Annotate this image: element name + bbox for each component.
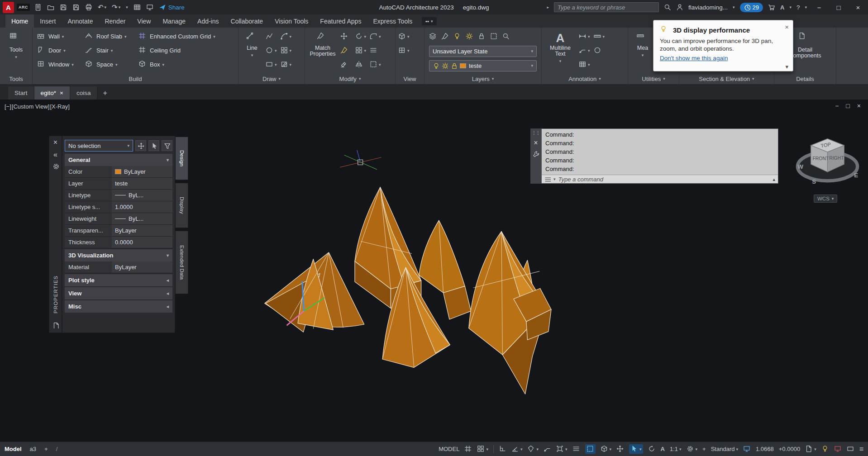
panel-label-layers[interactable]: Layers▾	[424, 73, 541, 84]
graphics-performance-toggle[interactable]	[743, 445, 751, 453]
tab-add-ins[interactable]: Add-ins	[191, 14, 224, 28]
measure-button[interactable]: Mea ▾	[631, 29, 654, 73]
osnap-tracking-toggle[interactable]	[544, 445, 551, 453]
notification-close-icon[interactable]: ×	[785, 23, 789, 31]
plot-icon[interactable]	[85, 4, 92, 11]
trial-days-badge[interactable]: 29	[740, 3, 763, 12]
cart-icon[interactable]	[768, 4, 775, 11]
user-dropdown-icon[interactable]: ▾	[733, 5, 735, 10]
hardware-acceleration-toggle[interactable]	[834, 445, 842, 453]
palette-autohide-icon[interactable]: «	[53, 151, 57, 159]
viewport-view-control[interactable]: [Custom View]	[12, 103, 50, 110]
viewcube[interactable]: W S E TOP FRONT RIGHT	[794, 130, 861, 194]
command-input[interactable]	[558, 176, 770, 183]
space-button[interactable]: Space▾	[83, 57, 134, 71]
workspace-label-control[interactable]: Standard▾	[711, 446, 738, 452]
polar-dropdown-icon[interactable]: ▾	[520, 447, 523, 451]
qat-customize-icon[interactable]: ▾	[126, 5, 128, 10]
3d-object-snap-toggle[interactable]: ▾	[601, 445, 612, 453]
command-window-grip[interactable]: ⋮⋮ ×	[530, 128, 541, 184]
property-row-lineweight[interactable]: LineweightByL...	[65, 213, 172, 225]
snap-dropdown-icon[interactable]: ▾	[486, 447, 488, 451]
layer-properties-icon[interactable]	[429, 33, 437, 41]
window-button[interactable]: Window▾	[35, 57, 81, 71]
model-tab[interactable]: Model	[5, 446, 22, 452]
quick-select-button[interactable]	[162, 140, 172, 151]
layer-lock-icon[interactable]	[478, 33, 486, 41]
workspace-dropdown-icon[interactable]: ▾	[696, 447, 698, 451]
open-icon[interactable]	[47, 4, 54, 11]
erase-button[interactable]	[340, 61, 348, 69]
model-space-toggle[interactable]: MODEL	[439, 446, 459, 452]
ucs-button[interactable]: ▾	[398, 29, 410, 43]
layer-state-combo[interactable]: Unsaved Layer State ▾	[429, 46, 537, 57]
measure-tool-button[interactable]: ▾	[594, 33, 605, 41]
save-icon[interactable]	[60, 4, 67, 11]
multiline-text-button[interactable]: A Multiline Text ▾	[544, 29, 576, 73]
new-drawing-icon[interactable]	[34, 4, 42, 11]
annotation-monitor-toggle[interactable]: +	[702, 446, 706, 452]
grid-display-toggle[interactable]	[464, 445, 472, 453]
palette-close-icon[interactable]: ×	[53, 138, 57, 147]
panel-label-annotation[interactable]: Annotation▾	[542, 73, 628, 84]
property-row-linetype[interactable]: LinetypeByL...	[65, 190, 172, 201]
enhanced-custom-grid-button[interactable]: Enhanced Custom Grid▾	[137, 29, 234, 43]
compass-south-label[interactable]: S	[812, 178, 816, 185]
panel-label-modify[interactable]: Modify▾	[305, 73, 395, 84]
command-options-dropdown-icon[interactable]: ▾	[553, 177, 556, 181]
viewport-visual-style-control[interactable]: [X-Ray]	[50, 103, 69, 110]
window-maximize-button[interactable]: □	[831, 4, 846, 11]
stretch-button[interactable]	[340, 47, 348, 55]
panel-label-section[interactable]: Section & Elevation▾	[679, 73, 774, 84]
isolate-objects-toggle[interactable]	[821, 445, 829, 453]
scale-dropdown-icon[interactable]: ▾	[679, 447, 682, 451]
named-views-button[interactable]: ▾	[398, 43, 410, 57]
arc-button[interactable]: ▾	[281, 33, 292, 41]
dont-show-again-link[interactable]: Don't show me this again	[660, 55, 728, 62]
misc-section-header[interactable]: Misc◂	[65, 300, 172, 313]
undo-dropdown-icon[interactable]: ▾	[105, 5, 107, 10]
view-section-header[interactable]: View◂	[65, 287, 172, 299]
box-button[interactable]: Box▾	[137, 57, 234, 71]
search-icon[interactable]	[664, 4, 671, 11]
wall-button[interactable]: Wall▾	[35, 29, 81, 43]
isodraft-toggle[interactable]: ▾	[527, 445, 539, 453]
rectangle-button[interactable]: ▾	[266, 61, 277, 69]
layer-walk-icon[interactable]	[502, 33, 510, 41]
move-button[interactable]	[340, 33, 348, 41]
panel-label-draw[interactable]: Draw▾	[238, 73, 305, 84]
annotation-visibility-toggle[interactable]: A	[661, 446, 665, 452]
palette-settings-icon[interactable]	[52, 163, 59, 169]
stair-button[interactable]: Stair▾	[83, 43, 134, 57]
table-button[interactable]: ▾	[579, 61, 590, 69]
user-icon[interactable]	[676, 4, 683, 11]
command-line-icon[interactable]	[544, 176, 551, 182]
level-indicator[interactable]: 1.0668	[756, 446, 774, 452]
undo-button[interactable]: ↶▾	[98, 3, 106, 11]
help-dropdown-icon[interactable]: ▾	[805, 5, 807, 10]
layer-off-icon[interactable]	[453, 33, 462, 41]
hatch-button[interactable]: ▾	[281, 61, 292, 69]
tab-annotate[interactable]: Annotate	[62, 14, 99, 28]
ortho-toggle[interactable]	[499, 445, 506, 453]
polar-tracking-toggle[interactable]: ▾	[511, 445, 523, 453]
offset-button[interactable]	[370, 47, 378, 55]
command-close-icon[interactable]: ×	[534, 139, 538, 147]
tab-vision-tools[interactable]: Vision Tools	[269, 14, 314, 28]
property-row-linetype-scale[interactable]: Linetype s...1.0000	[65, 201, 172, 213]
property-row-layer[interactable]: Layerteste	[65, 178, 172, 190]
selection-filter-dropdown-icon[interactable]: ▾	[639, 447, 642, 451]
current-layer-combo[interactable]: teste ▾	[429, 60, 537, 71]
layer-freeze-icon[interactable]	[466, 33, 474, 41]
gizmo-toggle[interactable]	[648, 445, 656, 453]
customization-menu[interactable]: ≡	[859, 445, 863, 453]
center-mark-button[interactable]	[594, 47, 602, 55]
elevation-indicator[interactable]: +0.0000	[779, 446, 800, 452]
tab-view[interactable]: View	[131, 14, 157, 28]
selection-combo[interactable]: No selection ▾	[65, 140, 133, 152]
units-dropdown-icon[interactable]: ▾	[814, 447, 816, 451]
property-row-color[interactable]: ColorByLayer	[65, 166, 172, 178]
autodesk-logo-icon[interactable]: A	[780, 4, 784, 11]
isodraft-dropdown-icon[interactable]: ▾	[536, 447, 539, 451]
help-search-input[interactable]	[554, 2, 659, 12]
